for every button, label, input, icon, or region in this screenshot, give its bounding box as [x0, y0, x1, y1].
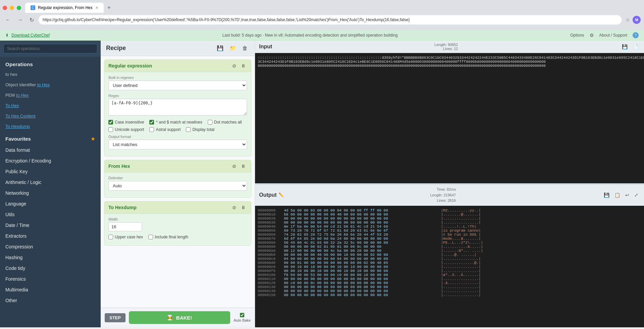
address-input[interactable] [39, 15, 622, 25]
hex-addr: 00000150 [258, 293, 281, 297]
sidebar-item-extractors[interactable]: Extractors [0, 231, 101, 241]
sidebar-item-utils[interactable]: Utils [0, 209, 101, 220]
from-hex-disable-button[interactable]: ⊘ [231, 163, 238, 170]
sidebar-item-to-hex[interactable]: to hex [0, 69, 101, 80]
output-restore-button[interactable]: ↩ [624, 191, 631, 199]
bookmark-icon[interactable]: ☆ [624, 16, 631, 24]
include-final-length-checkbox[interactable]: Include final length [148, 235, 188, 239]
nav-forward-button[interactable]: → [15, 15, 25, 24]
output-content[interactable]: 00000000 4d 5a 90 00 03 00 00 00 04 00 0… [255, 206, 644, 328]
profile-avatar[interactable]: M [633, 16, 641, 24]
hex-ascii: |................| [441, 277, 481, 281]
astral-checkbox[interactable]: Astral support [149, 127, 181, 132]
hex-ascii: |PE..L...2*2\.....| [441, 241, 483, 245]
op-disable-button[interactable]: ⊘ [231, 62, 238, 69]
dot-all-checkbox[interactable]: Dot matches all [208, 120, 242, 125]
multiline-input[interactable] [149, 120, 154, 125]
help-icon[interactable]: ? [633, 32, 639, 38]
step-button[interactable]: STEP [105, 313, 126, 322]
sidebar-item-arithmetic-logic[interactable]: Arithmetic / Logic [0, 177, 101, 188]
sidebar-item-language[interactable]: Language [0, 198, 101, 209]
include-final-length-input[interactable] [148, 235, 153, 239]
unicode-input[interactable] [108, 127, 113, 132]
op-card-to-hexdump-header[interactable]: To Hexdump ⊘ ⏸ [104, 201, 251, 214]
search-input[interactable] [3, 44, 97, 53]
output-edit-icon[interactable]: ✏️ [279, 192, 284, 197]
sidebar-item-date-time[interactable]: Date / Time [0, 220, 101, 231]
input-save-button[interactable]: 💾 [620, 43, 629, 50]
save-recipe-button[interactable]: 💾 [215, 44, 225, 52]
display-total-input[interactable] [186, 127, 191, 132]
hexdump-line: 00000000 4d 5a 90 00 03 00 00 00 04 00 0… [258, 208, 641, 213]
hexdump-line: 00000120 00 c0 00 00 0c 00 00 00 00 00 0… [258, 281, 641, 285]
address-bar: ← → ↻ ☆ M [0, 13, 644, 27]
delimiter-select[interactable]: Auto [108, 181, 247, 191]
display-total-checkbox[interactable]: Display total [186, 127, 214, 132]
hex-addr: 00000130 [258, 285, 281, 289]
sidebar-item-label: Extractors [5, 233, 27, 239]
clear-recipe-button[interactable]: 🗑 [241, 44, 249, 52]
about-support-link[interactable]: About / Support [599, 33, 627, 38]
from-hex-pause-button[interactable]: ⏸ [240, 163, 247, 170]
sidebar-item-compression[interactable]: Compression [0, 241, 101, 252]
upper-case-checkbox[interactable]: Upper case hex [108, 235, 143, 239]
output-format-select[interactable]: List matches [108, 140, 247, 149]
sidebar-item-other[interactable]: Other [0, 295, 101, 306]
op-pause-button[interactable]: ⏸ [240, 62, 247, 69]
tab-close-button[interactable]: ✕ [95, 6, 98, 10]
input-textarea[interactable]: ::::::::::::::::::::::::::::::::::::::::… [255, 53, 644, 183]
multiline-checkbox[interactable]: ^ and $ match at newlines [149, 120, 202, 125]
astral-input[interactable] [149, 127, 154, 132]
sidebar-item-label: Utils [5, 212, 14, 217]
sidebar-item-hashing[interactable]: Hashing [0, 252, 101, 263]
download-label[interactable]: Download CyberChef [11, 33, 50, 38]
sidebar-item-favourites[interactable]: Favourites ★ [0, 132, 101, 145]
dot-all-input[interactable] [208, 120, 212, 125]
close-window-button[interactable] [3, 6, 7, 10]
sidebar-item-networking[interactable]: Networking [0, 188, 101, 198]
nav-back-button[interactable]: ← [3, 15, 13, 24]
regex-textarea[interactable]: [a-fA-F0-9]{200,} [108, 99, 247, 115]
maximize-window-button[interactable] [17, 6, 21, 10]
builtin-regexes-select[interactable]: User defined [108, 81, 247, 90]
sidebar-item-multimedia[interactable]: Multimedia [0, 284, 101, 295]
hex-bytes: 6d 6f 64 65 2e 0d 0d 0a 24 00 00 00 00 0… [284, 237, 438, 241]
sidebar-item-encryption-encoding[interactable]: Encryption / Encoding [0, 155, 101, 166]
output-maximise-button[interactable]: ⤢ [633, 191, 640, 199]
sidebar-item-data-format[interactable]: Data format [0, 145, 101, 155]
output-copy-button[interactable]: 📋 [613, 191, 622, 199]
bake-button[interactable]: 🧑‍🍳 BAKE! [129, 311, 230, 324]
sidebar-item-to-hex-direct[interactable]: To Hex [0, 100, 101, 111]
upper-case-input[interactable] [108, 235, 113, 239]
minimize-window-button[interactable] [10, 6, 14, 10]
new-tab-button[interactable]: + [104, 3, 114, 12]
to-hexdump-disable-button[interactable]: ⊘ [231, 204, 238, 211]
active-tab[interactable]: C Regular expression, From Hex ✕ [25, 3, 104, 13]
options-link[interactable]: Options [570, 33, 584, 38]
sidebar-item-to-hexdump[interactable]: To Hexdump [0, 121, 101, 132]
sidebar-item-label: To Hex Content [5, 113, 36, 119]
to-hexdump-pause-button[interactable]: ⏸ [240, 204, 247, 211]
sidebar-item-to-hex-content[interactable]: To Hex Content [0, 111, 101, 121]
op-card-regex-header[interactable]: Regular expression ⊘ ⏸ [104, 60, 251, 72]
load-recipe-button[interactable]: 📁 [228, 44, 238, 52]
case-insensitive-checkbox[interactable]: Case insensitive [108, 120, 144, 125]
sidebar-item-public-key[interactable]: Public Key [0, 166, 101, 177]
input-open-button[interactable]: 📄 [631, 43, 640, 50]
hexdump-line: 00000100 f8 b9 00 00 53 00 00 00 c0 00 0… [258, 273, 641, 277]
sidebar-item-pem-to-hex[interactable]: PEM to Hex [0, 90, 101, 100]
unicode-checkbox[interactable]: Unicode support [108, 127, 144, 132]
output-save-button[interactable]: 💾 [602, 191, 611, 199]
settings-icon[interactable]: ⚙ [590, 33, 594, 38]
width-input[interactable] [108, 222, 142, 231]
sidebar-item-forensics[interactable]: Forensics [0, 274, 101, 284]
input-section: Input Length: 90852 Lines: 12 💾 📄 ::::::… [255, 41, 644, 183]
case-insensitive-input[interactable] [108, 120, 113, 125]
include-final-length-label: Include final length [155, 235, 188, 239]
sidebar-item-object-identifier[interactable]: Object Identifier to Hex [0, 80, 101, 90]
regex-checkboxes-row1: Case insensitive ^ and $ match at newlin… [108, 120, 247, 125]
op-card-from-hex-header[interactable]: From Hex ⊘ ⏸ [104, 160, 251, 173]
sidebar-item-code-tidy[interactable]: Code tidy [0, 263, 101, 274]
auto-bake-checkbox[interactable] [240, 313, 244, 317]
nav-refresh-button[interactable]: ↻ [28, 15, 36, 25]
